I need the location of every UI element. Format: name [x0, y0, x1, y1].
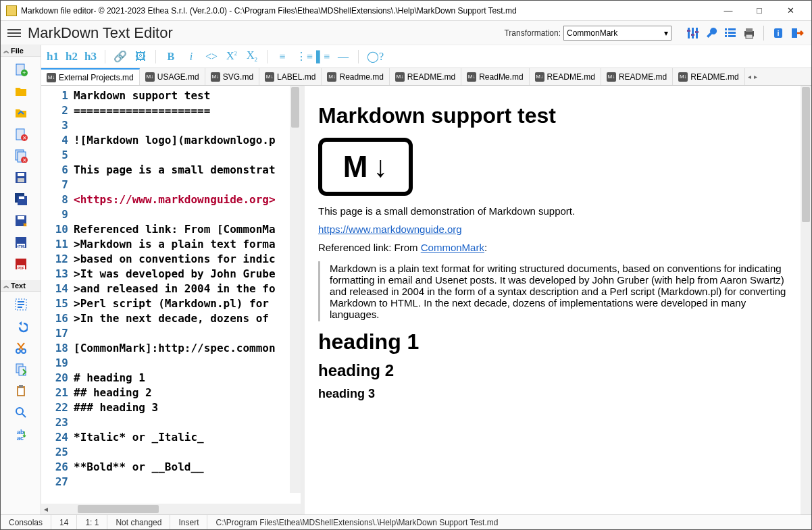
code-line[interactable]: 16>In the next decade, dozens of [41, 311, 301, 326]
close-all-icon[interactable]: ✕ [14, 149, 28, 163]
tab-0[interactable]: M↓External Projects.md [41, 68, 140, 86]
open-recent-icon[interactable] [14, 105, 28, 120]
menu-icon[interactable] [7, 29, 21, 37]
info-icon[interactable]: i [771, 26, 786, 41]
image-icon[interactable]: 🖼 [134, 51, 147, 63]
tab-label: README.md [619, 72, 667, 82]
select-all-icon[interactable] [14, 297, 28, 312]
tab-7[interactable]: M↓README.md [530, 68, 601, 85]
wrench-icon[interactable] [704, 26, 719, 41]
preview-link-commonmark[interactable]: CommonMark [421, 242, 484, 253]
export-pdf-icon[interactable]: PDF [14, 257, 28, 271]
tab-scroll-buttons[interactable]: ◂▸ [745, 68, 760, 85]
file-section-header[interactable]: ︽File [1, 45, 41, 57]
code-line[interactable]: 24*Italic* or _Italic_ [41, 430, 301, 445]
code-line[interactable]: 1Markdown support test [41, 88, 301, 103]
save-icon[interactable] [14, 170, 28, 185]
save-as-icon[interactable] [14, 213, 28, 228]
search-icon[interactable] [14, 405, 28, 420]
code-line[interactable]: 18[CommonMark]:http://spec.common [41, 341, 301, 356]
tab-2[interactable]: M↓SVG.md [205, 68, 259, 85]
code-line[interactable]: 11>Markdown is a plain text forma [41, 237, 301, 252]
code-line[interactable]: 6This page is a small demonstrat [41, 163, 301, 178]
svg-rect-14 [746, 34, 753, 38]
code-button[interactable]: <> [205, 51, 218, 63]
editor-scrollbar-vertical[interactable] [290, 86, 301, 493]
close-button[interactable]: ✕ [775, 1, 806, 20]
minimize-button[interactable]: — [713, 1, 744, 20]
code-line[interactable]: 22### heading 3 [41, 400, 301, 415]
tab-6[interactable]: M↓ReadMe.md [461, 68, 529, 85]
tab-9[interactable]: M↓README.md [673, 68, 744, 85]
code-line[interactable]: 10Referenced link: From [CommonMa [41, 222, 301, 237]
code-line[interactable]: 5 [41, 148, 301, 163]
left-toolbar: ︽File + ✕ ✕ HTML PDF ︽Text abac [1, 45, 41, 514]
printer-icon[interactable] [742, 26, 757, 41]
tab-4[interactable]: M↓Readme.md [322, 68, 389, 85]
code-line[interactable]: 9 [41, 207, 301, 222]
replace-icon[interactable]: abac [14, 427, 28, 442]
undo-icon[interactable] [14, 319, 28, 334]
code-line[interactable]: 21## heading 2 [41, 386, 301, 400]
tab-3[interactable]: M↓LABEL.md [259, 68, 322, 85]
code-line[interactable]: 23 [41, 415, 301, 430]
code-line[interactable]: 12>based on conventions for indic [41, 252, 301, 267]
maximize-button[interactable]: □ [744, 1, 775, 20]
open-folder-icon[interactable] [14, 84, 28, 99]
tab-8[interactable]: M↓README.md [601, 68, 673, 85]
svg-point-53 [16, 408, 23, 415]
status-bar: Consolas 14 1: 1 Not changed Insert C:\P… [1, 514, 811, 529]
h2-button[interactable]: h2 [66, 50, 78, 63]
close-file-icon[interactable]: ✕ [14, 127, 28, 142]
transformation-select[interactable]: CommonMark ▾ [563, 26, 671, 41]
code-line[interactable]: 4![Markdown logo](markdownlogo.p [41, 133, 301, 148]
paste-icon[interactable] [14, 383, 28, 398]
code-line[interactable]: 7 [41, 178, 301, 192]
link-icon[interactable]: 🔗 [113, 50, 127, 63]
code-line[interactable]: 26**Bold** or __Bold__ [41, 460, 301, 475]
settings-sliders-icon[interactable] [685, 26, 700, 41]
code-line[interactable]: 17 [41, 326, 301, 341]
export-html-icon[interactable]: HTML [14, 235, 28, 250]
code-line[interactable]: 19 [41, 356, 301, 371]
exit-icon[interactable] [790, 26, 805, 41]
code-line[interactable]: 3 [41, 118, 301, 133]
help-icon[interactable]: ◯? [367, 50, 380, 63]
italic-button[interactable]: i [184, 51, 198, 63]
preview-link-guide[interactable]: https://www.markdownguide.org [318, 223, 462, 235]
editor-scrollbar-horizontal[interactable]: ◂ [41, 504, 301, 514]
code-line[interactable]: 15>Perl script (Markdown.pl) for [41, 296, 301, 311]
code-line[interactable]: 27 [41, 475, 301, 489]
tab-5[interactable]: M↓README.md [390, 68, 461, 85]
preview-title: Markdown support test [318, 103, 798, 128]
markdown-file-icon: M↓ [607, 72, 616, 82]
cut-icon[interactable] [14, 340, 28, 355]
list-icon[interactable] [723, 26, 738, 41]
code-editor[interactable]: 1Markdown support test2=================… [41, 86, 301, 504]
h3-button[interactable]: h3 [84, 50, 97, 63]
tab-1[interactable]: M↓USAGE.md [140, 68, 205, 85]
code-line[interactable]: 25 [41, 445, 301, 460]
code-line[interactable]: 8<https://www.markdownguide.org> [41, 192, 301, 207]
code-line[interactable]: 2===================== [41, 103, 301, 118]
hr-button[interactable]: — [336, 51, 350, 63]
blockquote-button[interactable]: ▌≡ [316, 51, 330, 63]
transformation-label: Transformation: [504, 28, 561, 38]
code-line[interactable]: 14>and released in 2004 in the fo [41, 282, 301, 296]
preview-scrollbar[interactable] [801, 86, 811, 514]
h1-button[interactable]: h1 [47, 50, 59, 63]
chevron-down-icon: ▾ [664, 28, 668, 38]
superscript-button[interactable]: X2 [225, 50, 238, 62]
bold-button[interactable]: B [164, 51, 178, 63]
status-mode: Insert [170, 515, 207, 530]
unordered-list-button[interactable]: ⋮≡ [296, 50, 309, 63]
svg-rect-6 [725, 28, 727, 30]
ordered-list-button[interactable]: ≡ [276, 51, 289, 63]
subscript-button[interactable]: X2 [245, 49, 259, 63]
copy-icon[interactable] [14, 362, 28, 377]
text-section-header[interactable]: ︽Text [1, 280, 41, 292]
code-line[interactable]: 20# heading 1 [41, 371, 301, 386]
new-file-icon[interactable]: + [14, 62, 28, 77]
code-line[interactable]: 13>It was developed by John Grube [41, 267, 301, 282]
save-all-icon[interactable] [14, 192, 28, 207]
